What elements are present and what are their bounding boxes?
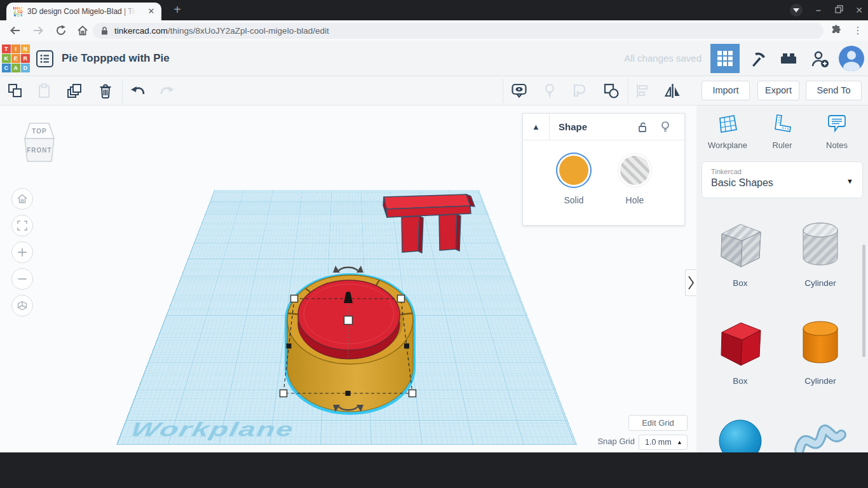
light-bulb-icon[interactable]: [539, 82, 560, 100]
screen: TIN KER CAD 3D design Cool Migelo-Blad |…: [0, 0, 868, 488]
window-minimize-button[interactable]: –: [811, 3, 826, 18]
toolbar-divider: [122, 79, 123, 103]
ruler-icon: [771, 113, 794, 135]
design-properties-icon[interactable]: [36, 50, 53, 67]
unlock-icon[interactable]: [636, 121, 649, 133]
reload-icon[interactable]: [55, 24, 67, 37]
back-icon[interactable]: [9, 24, 22, 37]
ruler-tool[interactable]: Ruler: [755, 113, 810, 150]
paste-icon[interactable]: [34, 82, 55, 100]
library-selected-value: Basic Shapes: [711, 177, 853, 189]
ungroup-icon[interactable]: [601, 82, 621, 100]
tinkercad-header: TIN KER CAD Pie Toppped with Pie All cha…: [0, 41, 868, 76]
workplane-tool-label: Workplane: [700, 140, 755, 150]
shape-sphere-blue[interactable]: [703, 414, 778, 452]
url-omnibox[interactable]: tinkercad.com/things/8xUoJY2aZpl-cool-mi…: [93, 23, 824, 39]
group-icon[interactable]: [570, 82, 590, 100]
export-button[interactable]: Export: [757, 81, 799, 100]
dropdown-caret-icon: ▼: [846, 177, 853, 185]
window-close-button[interactable]: ✕: [851, 3, 867, 18]
blocks-view-button[interactable]: [710, 44, 740, 73]
undo-icon[interactable]: [128, 82, 148, 100]
workplane-icon: [716, 113, 739, 135]
cylinder-striped-icon: [792, 219, 849, 272]
solid-swatch[interactable]: [559, 156, 588, 185]
box-striped-icon: [712, 219, 769, 272]
shapes-sidebar: Workplane Ruler Notes Tinkercad Basic Sh…: [696, 105, 868, 452]
design-title[interactable]: Pie Toppped with Pie: [62, 41, 170, 76]
perspective-toggle-button[interactable]: [11, 295, 33, 316]
copy-icon[interactable]: [5, 82, 25, 100]
snap-grid-dropdown[interactable]: 1.0 mm▲: [639, 435, 688, 450]
inspector-title: Shape: [559, 114, 587, 140]
tinkercad-logo[interactable]: TIN KER CAD: [2, 44, 30, 72]
window-restore-button[interactable]: [831, 3, 846, 18]
shape-box-striped[interactable]: Box: [703, 219, 778, 288]
mirror-flip-icon[interactable]: [663, 82, 683, 100]
hide-bulb-icon[interactable]: [659, 120, 672, 134]
zoom-in-button[interactable]: [11, 241, 33, 263]
duplicate-icon[interactable]: [65, 82, 85, 100]
svg-text:FRONT: FRONT: [27, 147, 51, 154]
browser-toolbar: tinkercad.com/things/8xUoJY2aZpl-cool-mi…: [0, 20, 868, 41]
sidebar-tools: Workplane Ruler Notes: [700, 113, 864, 150]
shape-cylinder-orange[interactable]: Cylinder: [783, 316, 858, 386]
viewport-3d-canvas[interactable]: Workplane: [0, 105, 696, 452]
url-domain: tinkercad.com: [114, 26, 168, 36]
cylinder-orange-icon: [792, 316, 849, 370]
shape-label: Cylinder: [783, 376, 858, 386]
shape-scribble[interactable]: [783, 414, 858, 452]
shape-cylinder-striped[interactable]: Cylinder: [783, 219, 858, 288]
tab-close-icon[interactable]: ✕: [146, 6, 156, 17]
profile-avatar[interactable]: [839, 46, 864, 71]
sidebar-scrollbar[interactable]: [862, 245, 865, 357]
notes-tool[interactable]: Notes: [810, 113, 864, 150]
sphere-icon: [712, 414, 769, 452]
extensions-puzzle-icon[interactable]: [830, 24, 843, 37]
tab-search-icon[interactable]: [790, 4, 803, 17]
library-group-label: Tinkercad: [711, 168, 853, 175]
home-view-button[interactable]: [11, 188, 33, 210]
shape-box-red[interactable]: Box: [703, 316, 778, 386]
toolbar-divider: [503, 79, 503, 103]
notes-tool-label: Notes: [810, 140, 864, 150]
collapse-panel-icon[interactable]: ▲: [523, 114, 550, 140]
shape-label: Box: [703, 376, 778, 386]
import-button[interactable]: Import: [702, 81, 750, 100]
workplane-tool[interactable]: Workplane: [700, 113, 755, 150]
shape-library-dropdown[interactable]: Tinkercad Basic Shapes ▼: [702, 161, 863, 198]
chromeos-shelf: K S 2 5:06: [0, 452, 868, 488]
lego-brick-icon[interactable]: [773, 49, 804, 68]
zoom-out-button[interactable]: [11, 268, 33, 290]
hole-swatch[interactable]: [620, 156, 649, 185]
align-icon[interactable]: [632, 82, 653, 100]
tab-title-fade: [121, 3, 142, 20]
grid-icon: [717, 51, 733, 66]
view-cube[interactable]: TOP FRONT: [20, 121, 58, 173]
send-to-button[interactable]: Send To: [806, 81, 862, 100]
home-icon[interactable]: [76, 24, 89, 37]
redo-icon[interactable]: [157, 82, 177, 100]
svg-text:TOP: TOP: [32, 128, 46, 135]
snap-grid-caret-icon: ▲: [677, 435, 682, 449]
browser-tab[interactable]: TIN KER CAD 3D design Cool Migelo-Blad |…: [6, 3, 161, 20]
rotate-arrow-top: [333, 266, 363, 273]
inspector-header: ▲ Shape: [523, 114, 684, 140]
autosave-status: All changes saved: [624, 41, 702, 76]
snap-grid-label: Snap Grid: [597, 437, 635, 446]
delete-trash-icon[interactable]: [95, 82, 116, 100]
toolbar-divider: [628, 79, 628, 103]
edit-grid-button[interactable]: Edit Grid: [628, 415, 688, 431]
new-tab-button[interactable]: +: [170, 3, 184, 17]
browser-frame: TIN KER CAD 3D design Cool Migelo-Blad |…: [0, 0, 868, 20]
invite-person-add-icon[interactable]: [804, 49, 836, 68]
shape-label: Cylinder: [783, 278, 858, 288]
show-all-eye-icon[interactable]: [509, 82, 529, 100]
forward-icon[interactable]: [32, 24, 44, 37]
sidebar-collapse-chevron[interactable]: [685, 269, 696, 296]
browser-menu-icon[interactable]: ⋮: [851, 23, 864, 38]
shape-inspector-panel: ▲ Shape Solid Hole: [522, 113, 685, 226]
ruler-tool-label: Ruler: [755, 140, 810, 150]
minecraft-pickaxe-icon[interactable]: [741, 49, 773, 68]
fit-view-button[interactable]: [11, 215, 33, 236]
